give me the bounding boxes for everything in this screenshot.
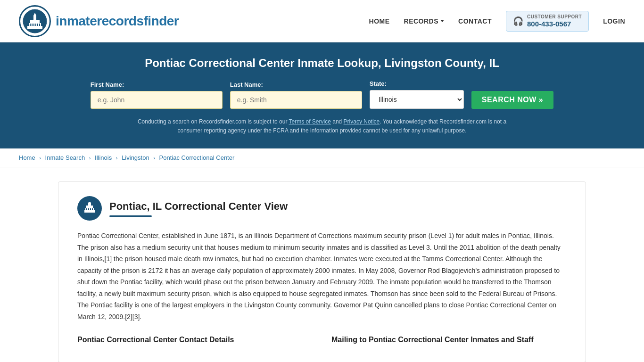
breadcrumb-sep-1: › <box>39 155 41 161</box>
breadcrumb-sep-4: › <box>153 155 155 161</box>
privacy-link[interactable]: Privacy Notice <box>344 118 380 125</box>
two-col-section: Pontiac Correctional Center Contact Deta… <box>77 336 567 348</box>
state-group: State: AlabamaAlaskaArizonaArkansasCalif… <box>370 80 464 109</box>
description-text: Pontiac Correctional Center, established… <box>77 230 567 322</box>
last-name-input[interactable] <box>230 91 362 109</box>
support-number: 800-433-0567 <box>527 20 582 28</box>
logo-area: inmaterecordsfinder <box>19 5 179 37</box>
main-nav: HOME RECORDS CONTACT 🎧 CUSTOMER SUPPORT … <box>369 11 625 32</box>
section-title: Pontiac, IL Correctional Center View <box>109 200 288 213</box>
svg-rect-17 <box>86 208 87 210</box>
svg-rect-18 <box>88 208 89 210</box>
svg-rect-14 <box>86 206 93 208</box>
customer-support-box[interactable]: 🎧 CUSTOMER SUPPORT 800-433-0567 <box>506 11 589 32</box>
svg-rect-15 <box>88 203 91 206</box>
last-name-label: Last Name: <box>230 81 263 88</box>
section-title-wrap: Pontiac, IL Correctional Center View <box>109 200 288 217</box>
title-underline <box>109 215 152 217</box>
facility-icon <box>77 196 102 221</box>
mailing-heading: Mailing to Pontiac Correctional Center I… <box>331 336 567 344</box>
hero-title: Pontiac Correctional Center Inmate Looku… <box>19 57 625 70</box>
svg-rect-10 <box>37 24 38 26</box>
login-button[interactable]: LOGIN <box>603 17 625 25</box>
breadcrumb: Home › Inmate Search › Illinois › Living… <box>0 148 644 167</box>
svg-rect-6 <box>30 24 31 26</box>
site-header: inmaterecordsfinder HOME RECORDS CONTACT… <box>0 0 644 42</box>
last-name-group: Last Name: <box>230 81 362 109</box>
section-header: Pontiac, IL Correctional Center View <box>77 196 567 221</box>
nav-home[interactable]: HOME <box>369 17 390 25</box>
svg-rect-1 <box>27 26 42 29</box>
svg-rect-19 <box>90 208 91 210</box>
breadcrumb-sep-3: › <box>116 155 118 161</box>
chevron-down-icon <box>440 20 444 22</box>
first-name-group: First Name: <box>91 81 223 109</box>
search-form: First Name: Last Name: State: AlabamaAla… <box>19 80 625 109</box>
first-name-input[interactable] <box>91 91 223 109</box>
nav-records[interactable]: RECORDS <box>404 17 445 25</box>
breadcrumb-illinois[interactable]: Illinois <box>95 154 112 161</box>
disclaimer-text: Conducting a search on Recordsfinder.com… <box>129 117 515 135</box>
svg-rect-12 <box>84 210 95 213</box>
headphone-icon: 🎧 <box>513 16 523 26</box>
breadcrumb-home[interactable]: Home <box>19 154 35 161</box>
main-content: Pontiac, IL Correctional Center View Pon… <box>39 167 605 362</box>
contact-details-col: Pontiac Correctional Center Contact Deta… <box>77 336 313 348</box>
breadcrumb-sep-2: › <box>89 155 91 161</box>
first-name-label: First Name: <box>91 81 124 88</box>
breadcrumb-livingston[interactable]: Livingston <box>122 154 149 161</box>
state-label: State: <box>370 80 387 87</box>
svg-rect-7 <box>32 24 33 26</box>
breadcrumb-inmate-search[interactable]: Inmate Search <box>45 154 85 161</box>
svg-rect-11 <box>39 24 40 26</box>
svg-rect-9 <box>35 24 36 26</box>
svg-rect-4 <box>33 16 36 20</box>
content-card: Pontiac, IL Correctional Center View Pon… <box>58 181 586 362</box>
logo-icon <box>19 5 51 37</box>
svg-rect-20 <box>92 208 93 210</box>
terms-link[interactable]: Terms of Service <box>289 118 331 125</box>
svg-marker-16 <box>88 202 91 203</box>
svg-rect-3 <box>30 20 40 23</box>
nav-contact[interactable]: CONTACT <box>458 17 492 25</box>
mailing-col: Mailing to Pontiac Correctional Center I… <box>331 336 567 348</box>
search-button[interactable]: SEARCH NOW » <box>471 91 553 109</box>
state-select[interactable]: AlabamaAlaskaArizonaArkansasCaliforniaCo… <box>370 90 464 109</box>
svg-rect-8 <box>33 24 34 26</box>
hero-section: Pontiac Correctional Center Inmate Looku… <box>0 42 644 148</box>
support-label: CUSTOMER SUPPORT <box>527 14 582 20</box>
logo-text: inmaterecordsfinder <box>56 14 179 29</box>
breadcrumb-current: Pontiac Correctional Center <box>159 154 235 161</box>
contact-heading: Pontiac Correctional Center Contact Deta… <box>77 336 313 344</box>
